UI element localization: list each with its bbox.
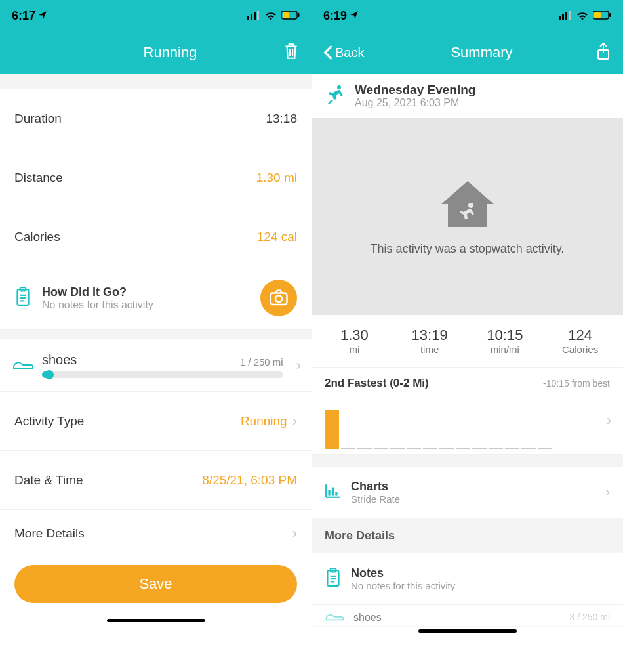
map-placeholder-text: This activity was a stopwatch activity.	[371, 242, 565, 256]
wifi-icon	[264, 9, 277, 23]
svg-rect-17	[562, 14, 564, 20]
more-details-label: More Details	[14, 526, 85, 541]
distance-row[interactable]: Distance 1.30 mi	[0, 148, 312, 207]
notes-row[interactable]: How Did It Go? No notes for this activit…	[0, 266, 312, 330]
svg-rect-6	[283, 12, 289, 18]
activity-type-label: Activity Type	[14, 414, 84, 429]
duration-row[interactable]: Duration 13:18	[0, 89, 312, 148]
page-title: Running	[71, 44, 270, 61]
screen-summary: 6:19 Back Summa	[312, 0, 623, 672]
runner-icon	[325, 84, 346, 108]
summary-header: Wednesday Evening Aug 25, 2021 6:03 PM	[312, 74, 623, 118]
chevron-right-icon: ›	[292, 525, 297, 542]
notes-title: Notes	[351, 566, 610, 580]
house-runner-icon	[438, 178, 497, 233]
svg-rect-16	[559, 16, 561, 20]
chevron-right-icon: ›	[605, 484, 610, 501]
svg-rect-18	[565, 12, 567, 20]
charts-row[interactable]: Charts Stride Rate ›	[312, 467, 623, 518]
trash-icon[interactable]	[283, 41, 300, 64]
svg-rect-28	[328, 490, 330, 496]
svg-rect-31	[327, 570, 338, 586]
svg-rect-0	[247, 16, 249, 20]
duration-value: 13:18	[266, 112, 297, 126]
home-indicator	[107, 619, 205, 622]
chevron-right-icon: ›	[296, 357, 301, 374]
svg-rect-22	[594, 12, 601, 18]
fastest-chart: ›	[325, 396, 610, 449]
date-time-label: Date & Time	[14, 473, 83, 488]
activity-type-row[interactable]: Activity Type Running ›	[0, 392, 312, 451]
status-time: 6:17	[12, 9, 35, 23]
calories-label: Calories	[14, 230, 60, 244]
svg-point-25	[468, 203, 473, 208]
distance-label: Distance	[14, 171, 63, 185]
date-time-row[interactable]: Date & Time 8/25/21, 6:03 PM	[0, 451, 312, 510]
shoes-row[interactable]: shoes 1 / 250 mi ›	[0, 339, 312, 392]
more-details-row[interactable]: More Details ›	[0, 510, 312, 557]
svg-rect-2	[254, 12, 256, 20]
battery-icon	[593, 9, 611, 23]
fastest-title: 2nd Fastest (0-2 Mi)	[325, 377, 429, 390]
spacer	[0, 330, 312, 339]
map-placeholder: This activity was a stopwatch activity.	[312, 118, 623, 315]
location-arrow-icon	[350, 9, 359, 23]
chevron-right-icon: ›	[292, 413, 297, 430]
chevron-right-icon: ›	[607, 412, 611, 429]
stats-row: 1.30 mi 13:19 time 10:15 min/mi 124 Calo…	[312, 315, 623, 367]
activity-type-value: Running	[241, 414, 287, 429]
notes-title: How Did It Go?	[42, 285, 153, 299]
svg-rect-21	[609, 13, 611, 17]
charts-title: Charts	[351, 480, 591, 494]
stat-calories: 124 Calories	[542, 327, 618, 355]
shoes-miles: 1 / 250 mi	[240, 356, 283, 368]
stat-pace: 10:15 min/mi	[468, 327, 543, 355]
battery-icon	[281, 9, 300, 23]
svg-rect-9	[17, 289, 28, 305]
svg-rect-5	[298, 13, 300, 17]
back-label: Back	[335, 45, 364, 60]
shoe-icon	[325, 609, 344, 626]
home-indicator	[418, 629, 517, 633]
screen-running: 6:17 Running	[0, 0, 312, 672]
notes-subtitle: No notes for this activity	[351, 580, 610, 591]
distance-value: 1.30 mi	[256, 171, 297, 185]
header: Back Summary	[312, 32, 623, 74]
fastest-block[interactable]: 2nd Fastest (0-2 Mi) -10:15 from best ›	[312, 367, 623, 455]
svg-rect-1	[251, 14, 252, 20]
date-time-value: 8/25/21, 6:03 PM	[202, 473, 297, 488]
shoe-icon	[12, 356, 34, 375]
svg-rect-29	[332, 488, 334, 496]
shoes-miles: 3 / 250 mi	[570, 612, 610, 623]
page-title: Summary	[382, 44, 581, 61]
header: Running	[0, 32, 312, 74]
spacer	[0, 74, 312, 89]
save-button[interactable]: Save	[14, 565, 297, 603]
summary-title: Wednesday Evening	[355, 83, 475, 97]
location-arrow-icon	[38, 9, 47, 23]
shoes-label: shoes	[353, 612, 382, 623]
stat-distance: 1.30 mi	[317, 327, 392, 355]
clipboard-icon	[14, 287, 33, 309]
fastest-diff: -10:15 from best	[543, 378, 610, 388]
camera-button[interactable]	[260, 280, 297, 316]
calories-value: 124 cal	[257, 230, 297, 244]
svg-point-15	[275, 295, 282, 302]
notes-row[interactable]: Notes No notes for this activity	[312, 553, 623, 605]
notes-subtitle: No notes for this activity	[42, 299, 153, 311]
svg-point-24	[337, 85, 341, 89]
bar-chart-icon	[325, 483, 342, 501]
cellular-icon	[247, 9, 260, 23]
back-button[interactable]: Back	[323, 45, 382, 60]
share-icon[interactable]	[595, 42, 611, 63]
shoes-progress	[42, 371, 283, 378]
shoes-row-preview[interactable]: shoes 3 / 250 mi	[312, 605, 623, 627]
cellular-icon	[559, 9, 572, 23]
svg-rect-30	[335, 492, 337, 496]
svg-rect-3	[257, 10, 259, 20]
wifi-icon	[576, 9, 589, 23]
calories-row[interactable]: Calories 124 cal	[0, 207, 312, 266]
status-bar: 6:19	[312, 0, 623, 32]
more-details-header: More Details	[312, 518, 623, 553]
summary-subtitle: Aug 25, 2021 6:03 PM	[355, 97, 475, 109]
